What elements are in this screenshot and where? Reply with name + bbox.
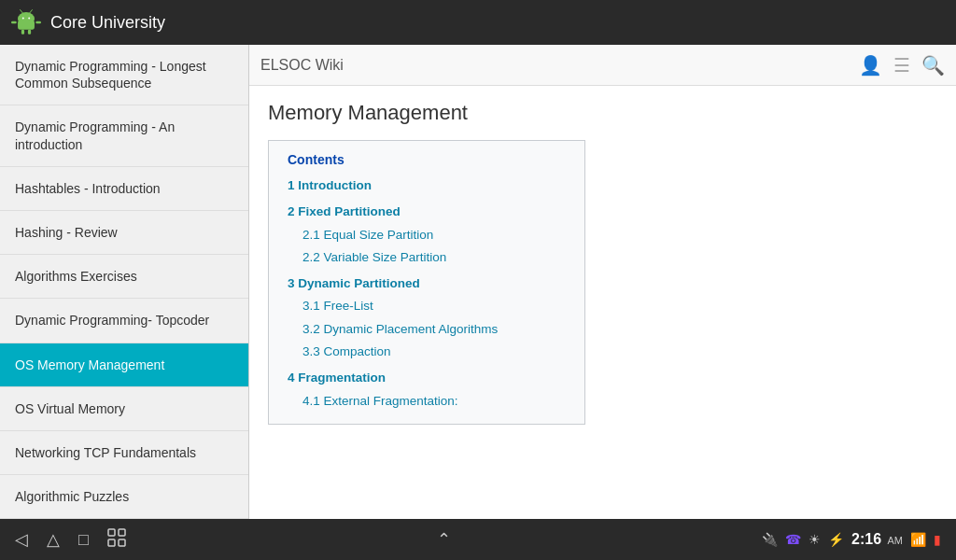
sidebar-item-os-mem[interactable]: OS Memory Management — [0, 343, 248, 387]
wifi-icon: 📶 — [910, 532, 926, 547]
top-bar: Core University — [0, 0, 956, 45]
svg-rect-7 — [35, 21, 41, 24]
sidebar-item-dp-topcode[interactable]: Dynamic Programming- Topcoder — [0, 299, 248, 343]
user-icon[interactable]: 👤 — [859, 54, 882, 77]
nav-buttons: ◁ △ □ — [15, 528, 126, 552]
toc-item-4.1[interactable]: 4.1 External Fragmentation: — [288, 390, 566, 413]
svg-rect-11 — [119, 529, 125, 536]
wiki-content: Memory Management Contents 1 Introductio… — [249, 86, 956, 519]
page-title: Memory Management — [268, 101, 937, 125]
toc-list: 1 Introduction2 Fixed Partitioned2.1 Equ… — [288, 175, 566, 413]
apps-button[interactable] — [107, 528, 126, 552]
recents-button[interactable]: □ — [78, 530, 89, 550]
toc-item-2.2[interactable]: 2.2 Variable Size Partition — [288, 246, 566, 269]
up-button[interactable]: ⌃ — [437, 529, 451, 550]
search-icon[interactable]: 🔍 — [921, 54, 945, 77]
back-button[interactable]: ◁ — [15, 529, 28, 550]
charge-icon: ⚡ — [828, 532, 844, 547]
svg-rect-13 — [119, 539, 125, 546]
toc-item-2.1[interactable]: 2.1 Equal Size Partition — [288, 224, 566, 246]
svg-line-5 — [30, 10, 33, 13]
phone-icon: ☎ — [785, 532, 801, 547]
wiki-toolbar: ELSOC Wiki 👤 ☰ 🔍 — [249, 45, 956, 86]
menu-icon[interactable]: ☰ — [893, 54, 910, 77]
sidebar-item-net-tcp[interactable]: Networking TCP Fundamentals — [0, 431, 248, 475]
toc-item-1[interactable]: 1 Introduction — [288, 175, 566, 197]
toc-item-2[interactable]: 2 Fixed Partitioned — [288, 201, 566, 223]
toc-item-3.3[interactable]: 3.3 Compaction — [288, 341, 566, 363]
toc-item-3.2[interactable]: 3.2 Dynamic Placement Algorithms — [288, 318, 566, 341]
contents-box: Contents 1 Introduction2 Fixed Partition… — [268, 140, 585, 425]
usb-icon: 🔌 — [762, 532, 778, 547]
contents-heading: Contents — [288, 152, 566, 167]
svg-rect-12 — [108, 539, 115, 546]
svg-rect-1 — [18, 21, 35, 30]
toc-item-4[interactable]: 4 Fragmentation — [288, 367, 566, 389]
signal-icon: ☀ — [808, 532, 821, 547]
toc-item-3.1[interactable]: 3.1 Free-List — [288, 295, 566, 317]
sidebar-item-hashtables[interactable]: Hashtables - Introduction — [0, 167, 248, 211]
bottom-bar: ◁ △ □ ⌃ 🔌 ☎ ☀ ⚡ 2:16 AM 📶 ▮ — [0, 519, 956, 560]
sidebar-item-dp-intro[interactable]: Dynamic Programming - An introduction — [0, 105, 248, 166]
wiki-title-bar: ELSOC Wiki — [260, 57, 848, 74]
content-pane: ELSOC Wiki 👤 ☰ 🔍 Memory Management Conte… — [249, 45, 956, 519]
sidebar-item-hashing[interactable]: Hashing - Review — [0, 211, 248, 255]
battery-icon: ▮ — [934, 532, 941, 547]
svg-rect-9 — [28, 30, 31, 35]
toc-item-3[interactable]: 3 Dynamic Partitioned — [288, 273, 566, 295]
svg-point-2 — [22, 18, 24, 20]
svg-rect-8 — [21, 30, 24, 35]
status-bar: 🔌 ☎ ☀ ⚡ 2:16 AM 📶 ▮ — [762, 531, 941, 548]
sidebar-item-algo-ex[interactable]: Algorithms Exercises — [0, 255, 248, 299]
sidebar-item-algo-puz[interactable]: Algorithmic Puzzles — [0, 475, 248, 519]
bottom-center: ⌃ — [126, 529, 762, 550]
sidebar: Dynamic Programming - Longest Common Sub… — [0, 45, 249, 519]
clock-display: 2:16 AM — [851, 531, 903, 548]
app-title: Core University — [50, 13, 165, 33]
svg-line-4 — [21, 10, 23, 13]
sidebar-item-dp-lcs[interactable]: Dynamic Programming - Longest Common Sub… — [0, 45, 248, 105]
svg-point-3 — [28, 18, 30, 20]
svg-rect-6 — [11, 21, 17, 24]
main-area: Dynamic Programming - Longest Common Sub… — [0, 45, 956, 519]
android-icon — [11, 7, 41, 37]
svg-rect-10 — [108, 529, 115, 536]
home-button[interactable]: △ — [47, 529, 60, 550]
sidebar-item-os-virt[interactable]: OS Virtual Memory — [0, 387, 248, 431]
